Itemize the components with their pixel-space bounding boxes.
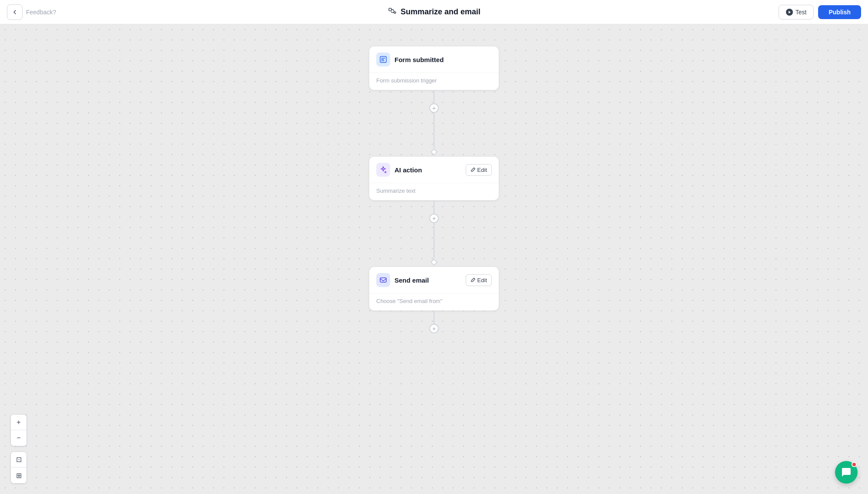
- form-submitted-node[interactable]: Form submitted Form submission trigger: [369, 46, 499, 90]
- feedback-label: Feedback?: [26, 9, 56, 16]
- node-header-left-3: Send email: [376, 273, 429, 287]
- fit-view-button[interactable]: ⊡: [11, 452, 26, 468]
- send-email-edit-button[interactable]: Edit: [466, 274, 492, 286]
- header-right: Test Publish: [779, 5, 861, 20]
- node-header-left: Form submitted: [376, 53, 444, 66]
- publish-button[interactable]: Publish: [818, 5, 861, 19]
- ai-edit-label: Edit: [477, 167, 487, 173]
- play-icon: [786, 9, 793, 16]
- node-header-left-2: AI action: [376, 163, 422, 177]
- connector-3: +: [429, 311, 439, 333]
- form-submitted-header: Form submitted: [369, 46, 499, 73]
- ai-action-header: AI action Edit: [369, 157, 499, 183]
- test-label: Test: [796, 9, 807, 16]
- email-icon: [376, 273, 390, 287]
- workflow-title: Summarize and email: [401, 7, 480, 16]
- connector-diamond-1: [431, 148, 438, 156]
- header: Feedback? Summarize and email Test Publi…: [0, 0, 868, 24]
- zoom-out-button[interactable]: −: [11, 430, 26, 446]
- chat-widget[interactable]: [835, 461, 858, 484]
- svg-rect-3: [380, 278, 386, 282]
- add-step-button-3[interactable]: +: [429, 324, 439, 333]
- workflow-container: Form submitted Form submission trigger +: [369, 46, 499, 333]
- ai-action-edit-button[interactable]: Edit: [466, 164, 492, 176]
- ai-action-subtitle: Summarize text: [369, 183, 499, 200]
- connector-diamond-2: [431, 259, 438, 266]
- form-submitted-subtitle: Form submission trigger: [369, 73, 499, 90]
- connector-line-top-1: [434, 90, 434, 103]
- header-left: Feedback?: [7, 4, 56, 20]
- connector-1: +: [429, 90, 439, 156]
- extra-controls: ⊡ ⊞: [10, 451, 27, 484]
- connector-line-long-1: [434, 113, 434, 148]
- connector-line-top-3: [434, 311, 434, 324]
- chat-icon: [841, 467, 852, 478]
- ai-icon: [376, 163, 390, 177]
- send-email-subtitle: Choose "Send email from": [369, 293, 499, 310]
- back-button[interactable]: [7, 4, 23, 20]
- grid-view-button[interactable]: ⊞: [11, 468, 26, 483]
- ai-action-title: AI action: [395, 166, 422, 174]
- connector-2: +: [429, 201, 439, 267]
- add-step-button-2[interactable]: +: [429, 214, 439, 223]
- test-button[interactable]: Test: [779, 5, 814, 20]
- svg-point-0: [394, 12, 396, 13]
- add-step-button-1[interactable]: +: [429, 103, 439, 113]
- form-submitted-title: Form submitted: [395, 56, 444, 63]
- send-email-title: Send email: [395, 277, 429, 284]
- workflow-icon: [388, 6, 397, 18]
- send-email-node[interactable]: Send email Edit Choose "Send email from": [369, 267, 499, 311]
- workflow-canvas[interactable]: Form submitted Form submission trigger +: [0, 24, 868, 494]
- svg-marker-1: [789, 11, 791, 13]
- zoom-in-button[interactable]: +: [11, 415, 26, 430]
- zoom-controls: + −: [10, 414, 27, 446]
- back-arrow-icon: [11, 9, 18, 16]
- connector-line-top-2: [434, 201, 434, 214]
- form-icon: [376, 53, 390, 66]
- chat-notification-dot: [852, 462, 857, 467]
- header-center: Summarize and email: [388, 6, 480, 18]
- send-email-edit-label: Edit: [477, 277, 487, 283]
- send-email-header: Send email Edit: [369, 267, 499, 293]
- ai-action-node[interactable]: AI action Edit Summarize text: [369, 156, 499, 201]
- edit-icon-1: [470, 167, 476, 172]
- edit-icon-2: [470, 277, 476, 283]
- connector-line-long-2: [434, 223, 434, 258]
